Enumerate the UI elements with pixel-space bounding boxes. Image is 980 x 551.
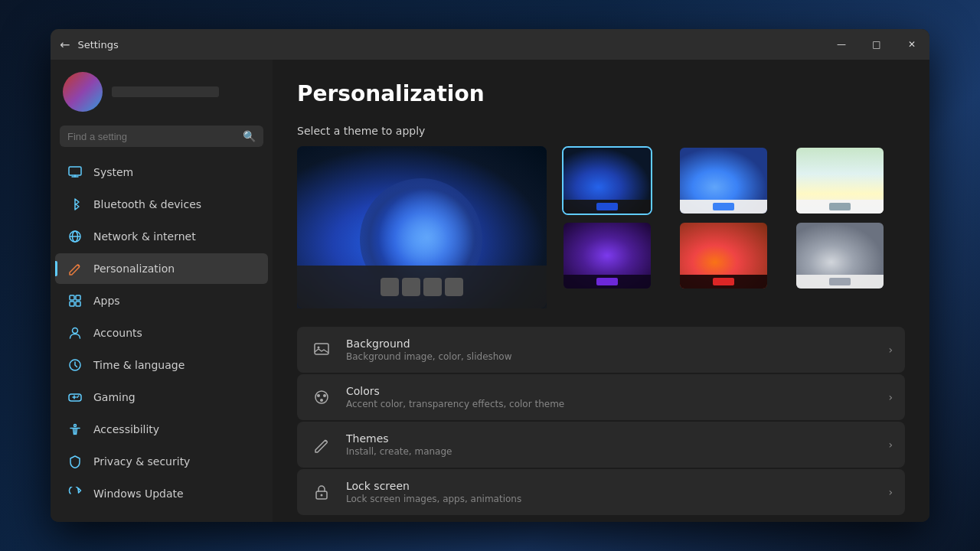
theme-card-3[interactable] (795, 146, 885, 215)
nav-item-accessibility[interactable]: Accessibility (55, 414, 268, 445)
svg-point-12 (74, 425, 77, 427)
colors-icon (309, 385, 334, 409)
theme-taskbar-1 (564, 200, 651, 214)
titlebar-left: ← Settings (60, 37, 119, 52)
back-icon[interactable]: ← (60, 37, 70, 52)
privacy-icon (67, 454, 83, 469)
theme-tb-btn-6 (829, 278, 851, 285)
accounts-icon (67, 325, 83, 341)
theme-tb-btn-5 (713, 278, 734, 285)
theme-bg-1 (564, 148, 651, 214)
theme-card-5[interactable] (678, 221, 769, 290)
nav-label-network: Network & internet (93, 230, 196, 243)
settings-window: ← Settings — □ ✕ 🔍 (51, 29, 929, 522)
theme-card-4[interactable] (562, 221, 652, 290)
theme-card-2[interactable] (678, 146, 769, 215)
system-icon (67, 165, 83, 180)
nav-label-accounts: Accounts (93, 327, 142, 339)
nav-item-privacy[interactable]: Privacy & security (55, 446, 268, 477)
network-icon (67, 229, 83, 244)
themes-section: Select a theme to apply (297, 125, 905, 308)
themes-icon (309, 432, 334, 457)
preview-and-themes (297, 146, 905, 308)
preview-taskbar-icon (402, 278, 420, 296)
nav-label-system: System (93, 166, 133, 178)
themes-label: Select a theme to apply (297, 125, 905, 137)
lockscreen-text: Lock screen Lock screen images, apps, an… (346, 480, 876, 504)
nav-item-apps[interactable]: Apps (55, 285, 268, 316)
lockscreen-chevron: › (888, 486, 893, 498)
profile-name-placeholder (112, 86, 219, 97)
theme-card-6[interactable] (795, 221, 885, 290)
sidebar: 🔍 System Bluetooth & devices (51, 60, 273, 522)
svg-rect-0 (69, 167, 81, 175)
minimize-button[interactable]: — (824, 29, 859, 60)
lockscreen-icon (309, 480, 334, 504)
background-title: Background (346, 337, 876, 350)
window-content: 🔍 System Bluetooth & devices (51, 60, 929, 522)
titlebar-title: Settings (77, 39, 118, 51)
search-input[interactable] (67, 131, 237, 142)
settings-item-background[interactable]: Background Background image, color, slid… (297, 327, 905, 373)
personalization-icon (67, 261, 83, 276)
svg-point-14 (318, 347, 320, 349)
themes-title: Themes (346, 432, 876, 445)
preview-taskbar-icon (423, 278, 442, 296)
background-desc: Background image, color, slideshow (346, 351, 876, 362)
search-icon: 🔍 (243, 130, 256, 142)
theme-bg-3 (796, 148, 884, 214)
theme-tb-btn-3 (829, 203, 851, 210)
theme-card-1[interactable] (562, 146, 652, 215)
maximize-button[interactable]: □ (859, 29, 894, 60)
svg-rect-5 (70, 302, 74, 306)
themes-grid (562, 146, 905, 290)
themes-desc: Install, create, manage (346, 446, 876, 457)
theme-taskbar-3 (796, 200, 884, 214)
titlebar: ← Settings — □ ✕ (51, 29, 929, 60)
svg-point-16 (317, 394, 320, 397)
nav-item-update[interactable]: Windows Update (55, 478, 268, 509)
svg-rect-6 (76, 302, 80, 306)
bluetooth-icon (67, 197, 83, 212)
theme-bg-4 (564, 223, 651, 289)
theme-bg-6 (796, 223, 884, 289)
settings-item-themes[interactable]: Themes Install, create, manage › (297, 422, 905, 468)
nav-item-time[interactable]: Time & language (55, 350, 268, 380)
nav-item-gaming[interactable]: Gaming (55, 382, 268, 412)
preview-taskbar-icon (445, 278, 463, 296)
svg-point-17 (323, 394, 326, 397)
accessibility-icon (67, 422, 83, 437)
theme-bg-2 (680, 148, 767, 214)
theme-taskbar-4 (564, 275, 651, 289)
theme-taskbar-6 (796, 275, 884, 289)
background-text: Background Background image, color, slid… (346, 337, 876, 362)
background-icon (309, 337, 334, 362)
svg-point-18 (320, 399, 323, 402)
titlebar-controls: — □ ✕ (824, 29, 929, 60)
gaming-icon (67, 390, 83, 405)
nav-label-privacy: Privacy & security (93, 455, 190, 468)
nav-item-bluetooth[interactable]: Bluetooth & devices (55, 189, 268, 220)
themes-chevron: › (888, 439, 893, 451)
colors-text: Colors Accent color, transparency effect… (346, 385, 876, 409)
nav-item-network[interactable]: Network & internet (55, 221, 268, 252)
profile-area[interactable] (51, 60, 273, 119)
nav-item-system[interactable]: System (55, 157, 268, 187)
nav-label-time: Time & language (93, 359, 185, 371)
colors-title: Colors (346, 385, 876, 397)
theme-tb-btn-2 (713, 203, 734, 210)
nav-item-accounts[interactable]: Accounts (55, 318, 268, 348)
svg-rect-3 (70, 295, 74, 300)
settings-item-colors[interactable]: Colors Accent color, transparency effect… (297, 374, 905, 420)
nav-item-personalization[interactable]: Personalization (55, 253, 268, 284)
search-area: 🔍 (51, 119, 273, 156)
svg-rect-13 (315, 344, 328, 354)
theme-tb-btn-1 (596, 203, 618, 210)
apps-icon (67, 293, 83, 308)
theme-tb-btn-4 (596, 278, 618, 285)
close-button[interactable]: ✕ (894, 29, 929, 60)
theme-bg-5 (680, 223, 767, 289)
background-chevron: › (888, 344, 893, 356)
settings-item-lockscreen[interactable]: Lock screen Lock screen images, apps, an… (297, 469, 905, 515)
preview-taskbar-icon (381, 278, 399, 296)
